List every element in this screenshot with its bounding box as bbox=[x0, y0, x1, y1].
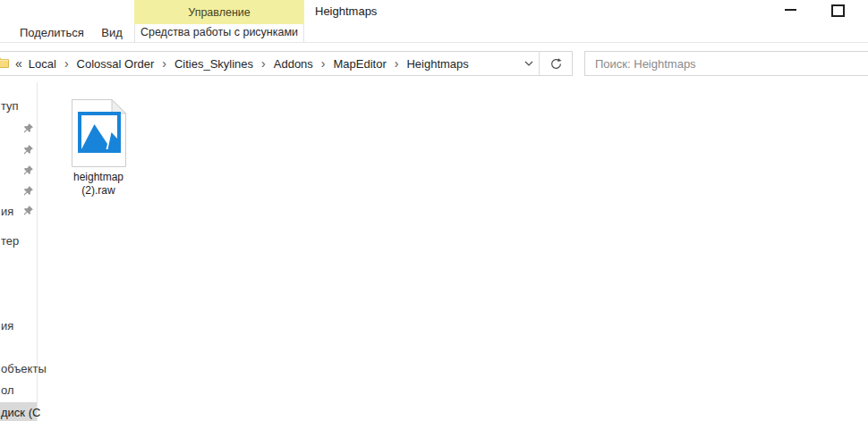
breadcrumb-separator-icon: › bbox=[64, 57, 69, 70]
sidebar-item-pinned[interactable] bbox=[0, 164, 37, 180]
minimize-icon[interactable] bbox=[785, 9, 796, 11]
tab-view[interactable]: Вид bbox=[97, 24, 127, 42]
pin-icon bbox=[22, 144, 34, 158]
breadcrumb-overflow-button[interactable]: « bbox=[15, 56, 22, 71]
breadcrumb-item[interactable]: Colossal Order bbox=[77, 57, 155, 71]
navigation-toolbar: « Local › Colossal Order › Cities_Skylin… bbox=[0, 43, 868, 82]
breadcrumb-separator-icon: › bbox=[162, 57, 166, 70]
sidebar-item-pictures-pinned[interactable]: ия bbox=[0, 204, 37, 220]
maximize-icon[interactable] bbox=[831, 4, 845, 17]
address-dropdown-button[interactable] bbox=[520, 52, 538, 75]
sidebar-item-pinned[interactable] bbox=[0, 122, 37, 138]
breadcrumb-item[interactable]: Heightmaps bbox=[406, 57, 468, 71]
breadcrumb-item[interactable]: Addons bbox=[274, 57, 313, 71]
search-input[interactable] bbox=[584, 51, 868, 76]
breadcrumb-item[interactable]: Cities_Skylines bbox=[174, 57, 253, 71]
address-bar-divider bbox=[539, 52, 540, 75]
sidebar-item-pinned[interactable] bbox=[0, 143, 37, 159]
tab-share[interactable]: Поделиться bbox=[20, 24, 81, 42]
tab-picture-tools[interactable]: Средства работы с рисунками bbox=[134, 24, 304, 42]
pin-icon bbox=[22, 185, 34, 199]
sidebar-item-this-pc[interactable]: тер bbox=[0, 233, 37, 249]
content-area: туп ия тер bbox=[0, 82, 868, 421]
contextual-tab-group[interactable]: Управление bbox=[134, 0, 304, 24]
pin-icon bbox=[22, 205, 34, 219]
sidebar-item-3d-objects[interactable]: объекты bbox=[0, 361, 37, 377]
sidebar-item-pictures[interactable]: ия bbox=[0, 318, 37, 334]
breadcrumb-separator-icon: › bbox=[321, 57, 326, 70]
breadcrumb-separator-icon: › bbox=[261, 57, 266, 70]
window-title: Heightmaps bbox=[315, 0, 377, 24]
breadcrumb-item[interactable]: MapEditor bbox=[334, 57, 387, 71]
contextual-group-label: Управление bbox=[188, 6, 251, 19]
file-item-heightmap[interactable]: heightmap (2).raw bbox=[54, 98, 143, 198]
explorer-window: Управление Heightmaps Поделиться Вид Сре… bbox=[0, 0, 868, 421]
ribbon-tabs-row: Поделиться Вид Средства работы с рисунка… bbox=[0, 24, 868, 43]
sidebar-item-desktop[interactable]: ол bbox=[0, 383, 37, 399]
chevron-down-icon bbox=[524, 61, 533, 66]
image-file-icon bbox=[71, 98, 127, 168]
breadcrumb: Local › Colossal Order › Cities_Skylines… bbox=[29, 57, 469, 71]
pin-icon bbox=[22, 122, 34, 137]
sidebar-item-pinned[interactable] bbox=[0, 184, 37, 200]
address-bar[interactable]: « Local › Colossal Order › Cities_Skylin… bbox=[0, 51, 573, 76]
pin-icon bbox=[22, 164, 34, 179]
file-name: heightmap (2).raw bbox=[54, 171, 143, 198]
breadcrumb-separator-icon: › bbox=[395, 57, 399, 70]
folder-icon bbox=[0, 55, 9, 72]
refresh-icon bbox=[549, 57, 563, 71]
title-bar: Управление Heightmaps bbox=[0, 0, 868, 24]
breadcrumb-item[interactable]: Local bbox=[29, 57, 56, 71]
sidebar-item-local-disk[interactable]: диск (С bbox=[0, 402, 37, 421]
refresh-button[interactable] bbox=[540, 52, 572, 75]
sidebar-item-quick-access[interactable]: туп bbox=[0, 98, 37, 114]
